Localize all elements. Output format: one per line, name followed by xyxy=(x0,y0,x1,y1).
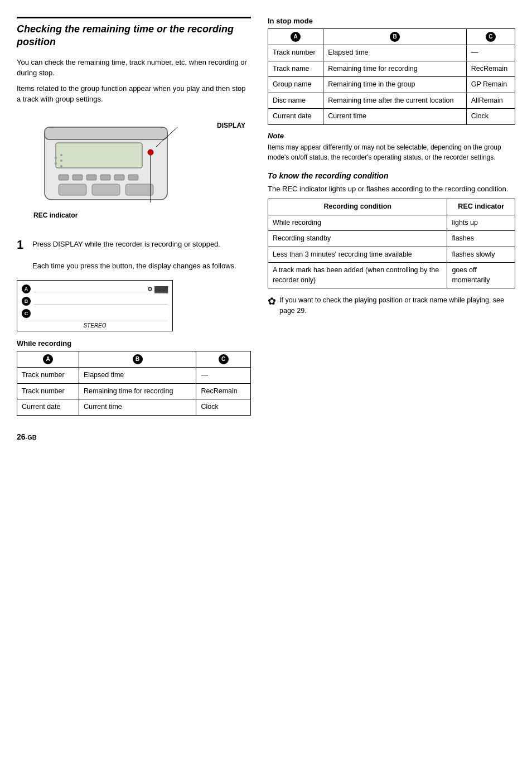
stereo-label: STEREO xyxy=(22,321,168,329)
badge-b: B xyxy=(22,297,31,306)
svg-rect-1 xyxy=(45,127,167,139)
svg-point-6 xyxy=(60,160,62,162)
svg-rect-13 xyxy=(128,175,138,180)
page-title: Checking the remaining time or the recor… xyxy=(17,17,251,49)
table-row: Recording standbyflashes xyxy=(268,231,515,247)
stop-col-a: A xyxy=(268,29,323,45)
svg-rect-2 xyxy=(56,143,142,168)
table-row: Track numberRemaining time for recording… xyxy=(17,383,251,399)
table-row: Disc nameRemaining time after the curren… xyxy=(268,93,515,109)
svg-rect-14 xyxy=(59,184,86,195)
recording-condition-intro: The REC indicator lights up or flashes a… xyxy=(268,184,515,195)
left-column: Checking the remaining time or the recor… xyxy=(17,17,251,441)
table-row: Current dateCurrent timeClock xyxy=(268,109,515,125)
rec-indicator-label: REC indicator xyxy=(33,211,78,219)
note-section: Note Items may appear differently or may… xyxy=(268,132,515,162)
svg-rect-15 xyxy=(92,184,120,195)
device-diagram: DISPLAY xyxy=(28,116,251,228)
table-row: Less than 3 minutes' recording time avai… xyxy=(268,247,515,263)
svg-rect-9 xyxy=(72,175,83,180)
while-recording-table: A B C Track numberElapsed time—Track num… xyxy=(17,351,251,416)
rec-cond-header: Recording condition xyxy=(268,199,447,215)
svg-rect-8 xyxy=(59,175,69,180)
step-1: 1 Press DISPLAY while the recorder is re… xyxy=(17,239,251,272)
display-icons: ⚙ ▓▓▓ xyxy=(147,286,168,293)
svg-rect-10 xyxy=(86,175,96,180)
right-column: In stop mode A B C Track numberElapsed t… xyxy=(268,17,515,441)
note-text: Items may appear differently or may not … xyxy=(268,142,515,162)
svg-rect-16 xyxy=(125,184,153,195)
table-row: Current dateCurrent timeClock xyxy=(17,399,251,416)
note-title: Note xyxy=(268,132,515,140)
table-row: Track nameRemaining time for recordingRe… xyxy=(268,61,515,77)
table-row: Track numberElapsed time— xyxy=(17,368,251,384)
svg-point-5 xyxy=(60,154,62,156)
step-text: Press DISPLAY while the recorder is reco… xyxy=(32,239,236,272)
stop-mode-title: In stop mode xyxy=(268,17,515,25)
badge-a: A xyxy=(22,285,31,293)
table-row: Group nameRemaining time in the groupGP … xyxy=(268,77,515,93)
recorder-svg xyxy=(28,116,195,208)
svg-point-17 xyxy=(148,150,153,155)
col-header-c: C xyxy=(196,351,251,368)
col-header-a: A xyxy=(17,351,79,368)
col-header-b: B xyxy=(79,351,196,368)
badge-c: C xyxy=(22,309,31,318)
tip-section: ✿ If you want to check the playing posit… xyxy=(268,295,515,316)
svg-rect-12 xyxy=(114,175,124,180)
svg-rect-11 xyxy=(100,175,110,180)
while-recording-label: While recording xyxy=(17,339,251,348)
step-number: 1 xyxy=(17,239,28,272)
display-mockup: A ⚙ ▓▓▓ B C STEREO xyxy=(17,280,173,331)
svg-point-7 xyxy=(60,165,62,167)
table-row: A track mark has been added (when contro… xyxy=(268,263,515,288)
page-number: 26-GB xyxy=(17,432,251,441)
rec-ind-header: REC indicator xyxy=(447,199,515,215)
tip-icon: ✿ xyxy=(268,294,276,316)
recording-condition-title: To know the recording condition xyxy=(268,171,515,180)
intro-text-2: Items related to the group function appe… xyxy=(17,83,251,105)
stop-mode-table: A B C Track numberElapsed time—Track nam… xyxy=(268,28,515,125)
table-row: Track numberElapsed time— xyxy=(268,45,515,61)
intro-text-1: You can check the remaining time, track … xyxy=(17,57,251,79)
display-label: DISPLAY xyxy=(217,122,245,129)
svg-point-3 xyxy=(55,157,57,159)
tip-text: If you want to check the playing positio… xyxy=(279,295,515,316)
stop-col-b: B xyxy=(323,29,467,45)
recording-condition-table: Recording condition REC indicator While … xyxy=(268,199,515,288)
stop-col-c: C xyxy=(466,29,515,45)
svg-point-4 xyxy=(55,162,57,165)
table-row: While recordinglights up xyxy=(268,215,515,231)
